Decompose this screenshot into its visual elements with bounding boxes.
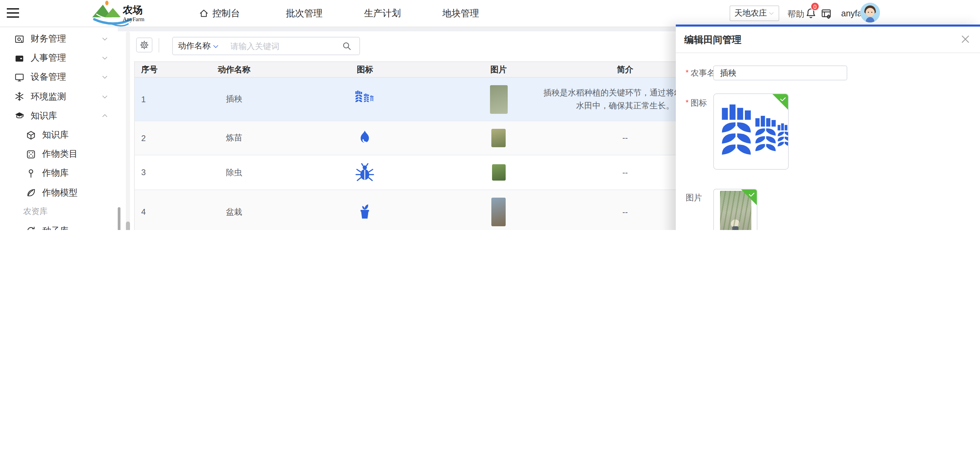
- row-index: 2: [134, 121, 195, 155]
- cap-icon: [14, 111, 24, 121]
- sidebar: 财务管理人事管理设备管理环境监测知识库知识库作物类目作物库作物模型农资库种子库肥…: [0, 27, 118, 230]
- search-input[interactable]: [224, 37, 334, 55]
- column-header-动作名称: 动作名称: [195, 62, 273, 77]
- row-index: 3: [134, 155, 195, 190]
- content-scrollbar-track: [126, 31, 130, 230]
- drawer-title: 编辑田间管理: [684, 34, 741, 46]
- finance-icon: [14, 34, 24, 44]
- sidebar-item-人事管理[interactable]: 人事管理: [0, 48, 118, 67]
- anyfarm-logo: 农场 AnyFarm: [59, 0, 184, 27]
- svg-text:农场: 农场: [123, 5, 143, 15]
- app: 农场 AnyFarm 控制台 批次管理 生产计划 地块管理 天地农庄 帮助 0 …: [0, 0, 980, 230]
- flame-icon: [273, 121, 457, 155]
- sidebar-section-label: 农资库: [0, 202, 118, 221]
- toolbar-divider: [159, 38, 159, 53]
- refresh-icon: [26, 226, 36, 230]
- column-header-序号: 序号: [134, 62, 195, 77]
- workbench-settings-icon[interactable]: [821, 8, 832, 19]
- chevron-down-icon: [212, 43, 219, 50]
- sidebar-scrollbar[interactable]: [118, 207, 120, 230]
- filter-field-select[interactable]: 动作名称: [172, 37, 225, 55]
- home-icon: [199, 8, 209, 18]
- field-label-image: 图片: [686, 192, 702, 204]
- photo-cell: [457, 155, 540, 190]
- action-name: 炼苗: [195, 121, 273, 155]
- nav-item-plot[interactable]: 地块管理: [442, 0, 479, 27]
- help-link[interactable]: 帮助: [788, 9, 804, 21]
- cube-icon: [26, 130, 36, 140]
- sidebar-item-作物库[interactable]: 作物库: [0, 164, 118, 183]
- top-navbar: 农场 AnyFarm 控制台 批次管理 生产计划 地块管理 天地农庄 帮助 0 …: [0, 0, 980, 27]
- sidebar-item-知识库[interactable]: 知识库: [0, 106, 118, 125]
- sidebar-item-环境监测[interactable]: 环境监测: [0, 87, 118, 106]
- leaf-icon: [26, 187, 36, 198]
- bug-icon: [273, 155, 457, 190]
- logo-sun: [105, 1, 108, 5]
- image-upload-card[interactable]: [713, 188, 757, 230]
- sidebar-item-知识库[interactable]: 知识库: [0, 125, 118, 144]
- nav-item-batch[interactable]: 批次管理: [286, 0, 323, 27]
- content-scrollbar[interactable]: [126, 222, 130, 230]
- sidebar-item-作物模型[interactable]: 作物模型: [0, 183, 118, 202]
- chevron-down-icon: [768, 10, 775, 16]
- row-photo: [490, 85, 508, 113]
- sidebar-item-财务管理[interactable]: 财务管理: [0, 29, 118, 48]
- avatar[interactable]: [860, 3, 880, 22]
- nav-item-console[interactable]: 控制台: [199, 0, 240, 27]
- row-index: 4: [134, 190, 195, 230]
- sidebar-item-设备管理[interactable]: 设备管理: [0, 68, 118, 87]
- table-settings-button[interactable]: [136, 37, 153, 53]
- gear-icon: [140, 40, 149, 50]
- action-name: 除虫: [195, 155, 273, 190]
- farm-activity-name-input[interactable]: [713, 65, 847, 80]
- photo-cell: [457, 78, 540, 121]
- drawer-header: 编辑田间管理: [675, 27, 980, 53]
- row-index: 1: [134, 78, 195, 121]
- hr-icon: [14, 53, 24, 63]
- pin-icon: [26, 168, 36, 179]
- photo-cell: [457, 190, 540, 230]
- svg-text:AnyFarm: AnyFarm: [123, 16, 145, 22]
- column-header-图片: 图片: [457, 62, 540, 77]
- photo-cell: [457, 121, 540, 155]
- search-button[interactable]: [334, 37, 360, 55]
- action-name: 插秧: [195, 78, 273, 121]
- device-icon: [14, 72, 24, 83]
- search-icon: [341, 41, 352, 51]
- row-photo: [492, 164, 505, 180]
- sidebar-item-种子库[interactable]: 种子库: [0, 222, 118, 230]
- selected-check-badge: [741, 189, 757, 205]
- pot-icon: [273, 190, 457, 230]
- wheat-icon: [273, 78, 457, 121]
- edit-drawer: 编辑田间管理 *农事名称 *图标 图片 颜色: [675, 24, 980, 230]
- selected-check-badge: [772, 94, 788, 110]
- close-icon[interactable]: [960, 34, 970, 44]
- env-icon: [14, 91, 24, 102]
- notification-badge: 0: [811, 2, 819, 11]
- action-name: 盆栽: [195, 190, 273, 230]
- field-label-icon: *图标: [686, 97, 707, 109]
- hamburger-menu-icon[interactable]: [7, 8, 19, 18]
- sidebar-item-作物类目[interactable]: 作物类目: [0, 144, 118, 164]
- row-photo: [492, 129, 506, 147]
- farm-select[interactable]: 天地农庄: [730, 5, 779, 21]
- icon-upload-card[interactable]: [713, 93, 789, 170]
- column-header-图标: 图标: [273, 62, 457, 77]
- row-photo: [492, 198, 506, 226]
- dice-icon: [26, 149, 36, 159]
- nav-item-plan[interactable]: 生产计划: [364, 0, 401, 27]
